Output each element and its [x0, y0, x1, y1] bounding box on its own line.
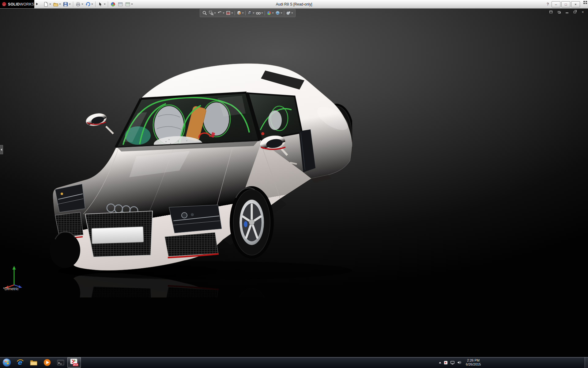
scene-sphere-icon [275, 10, 280, 16]
maximize-button[interactable]: □ [561, 1, 570, 7]
media-player-icon [43, 358, 51, 366]
open-button[interactable] [52, 1, 62, 8]
section-view-icon [226, 10, 231, 16]
close-button[interactable]: × [571, 1, 580, 7]
dassault-3ds-icon [2, 2, 6, 7]
taskbar-media-player[interactable] [40, 357, 54, 368]
start-button[interactable] [0, 357, 13, 368]
sheet-properties-button[interactable] [124, 1, 134, 8]
clock-time: 2:26 PM [467, 358, 480, 362]
save-floppy-icon [63, 2, 68, 7]
clock-date: 6/26/2015 [466, 362, 481, 366]
toolbar-separator [108, 2, 108, 7]
desktop: SOLIDWORKS [0, 0, 588, 368]
model-audi-r8 [46, 55, 352, 297]
taskbar-clock[interactable]: 2:26 PM 6/26/2015 [464, 358, 483, 366]
edit-appearance-hud-button[interactable] [266, 10, 274, 16]
doc-minimize-button[interactable] [564, 10, 570, 14]
zoom-to-area-button[interactable] [208, 10, 217, 16]
display-style-icon [247, 10, 252, 16]
view-settings-button[interactable] [285, 10, 294, 16]
main-toolbar [42, 1, 134, 8]
headlight-right [169, 205, 222, 233]
print-button[interactable] [74, 1, 84, 8]
taskbar-solidworks-2015[interactable]: 2015 [67, 357, 81, 368]
select-button[interactable] [97, 1, 107, 8]
taskbar-internet-explorer[interactable]: e [13, 357, 27, 368]
zoom-area-icon [209, 10, 214, 16]
corner-grid-icon [583, 1, 587, 4]
cursor-arrow-icon [98, 2, 103, 7]
display-style-button[interactable] [247, 10, 255, 16]
print-icon [75, 2, 81, 7]
front-wheel [230, 186, 274, 259]
new-doc-icon [43, 2, 49, 7]
mirror-left [85, 111, 113, 134]
intake-right [165, 232, 218, 256]
apply-scene-button[interactable] [274, 10, 283, 16]
doc-restore-button[interactable] [572, 10, 578, 14]
headsup-view-toolbar [200, 9, 296, 17]
solidworks-app-icon: 2015 [70, 358, 79, 367]
panel-collapse-tab[interactable] [0, 145, 3, 154]
document-window-controls: × [548, 10, 586, 14]
zoom-to-fit-button[interactable] [202, 10, 208, 16]
hide-show-items-button[interactable] [255, 10, 264, 16]
doc-close-button[interactable]: × [580, 10, 586, 14]
hud-separator [265, 11, 265, 15]
view-orientation-button[interactable] [236, 10, 244, 16]
window-controls: ? – □ × [547, 1, 580, 7]
license-plate [92, 227, 144, 244]
volume-icon[interactable] [457, 360, 462, 365]
doc-cascade-button[interactable] [556, 10, 562, 14]
taskbar-file-explorer[interactable] [27, 357, 40, 368]
hud-separator [284, 11, 284, 15]
help-button[interactable]: ? [547, 2, 549, 6]
toolbar-separator [95, 2, 96, 7]
design-table-button[interactable] [117, 1, 124, 8]
undo-arrow-icon [85, 2, 91, 7]
open-folder-icon [53, 2, 58, 7]
undo-button[interactable] [84, 1, 94, 8]
view-cube-icon [236, 10, 242, 16]
new-document-button[interactable] [42, 1, 52, 8]
section-view-button[interactable] [225, 10, 234, 16]
save-button[interactable] [62, 1, 72, 8]
solidworks-year-badge: 2015 [73, 364, 78, 366]
previous-view-icon [217, 10, 222, 16]
appearance-ball-icon [110, 2, 116, 7]
previous-view-button[interactable] [217, 10, 225, 16]
menu-expand-arrow[interactable] [36, 3, 38, 5]
brand-text: SOLIDWORKS [8, 2, 34, 6]
doc-tile-button[interactable] [548, 10, 554, 14]
appearance-sphere-icon [266, 10, 272, 16]
view-settings-icon [286, 10, 291, 16]
zoom-fit-icon [202, 10, 207, 16]
view-orientation-label: *Dimetric [3, 287, 19, 291]
windows-orb-icon [2, 358, 11, 367]
taskbar: e [0, 357, 588, 368]
table-grid-icon [118, 2, 123, 7]
command-prompt-icon [57, 358, 65, 366]
toolbar-separator [73, 2, 73, 7]
tray-network-icon[interactable] [450, 360, 455, 365]
hidden-icons-button[interactable] [439, 362, 441, 363]
folder-icon [30, 358, 38, 366]
graphics-area[interactable]: × [0, 8, 588, 357]
system-tray: 2:26 PM 6/26/2015 [439, 357, 483, 368]
show-desktop-button[interactable] [585, 357, 588, 368]
reference-triad [4, 265, 24, 289]
sheet-grid-icon [125, 2, 130, 7]
glasses-icon [256, 10, 261, 16]
title-bar: SOLIDWORKS [0, 0, 588, 9]
taskbar-command-prompt[interactable] [54, 357, 67, 368]
solidworks-logo: SOLIDWORKS [0, 0, 34, 8]
tray-app-icon[interactable] [443, 360, 448, 365]
minimize-button[interactable]: – [552, 1, 560, 7]
internet-explorer-icon: e [16, 358, 24, 366]
hud-separator [235, 11, 235, 15]
hud-separator [245, 11, 246, 15]
edit-appearance-button[interactable] [109, 1, 117, 8]
